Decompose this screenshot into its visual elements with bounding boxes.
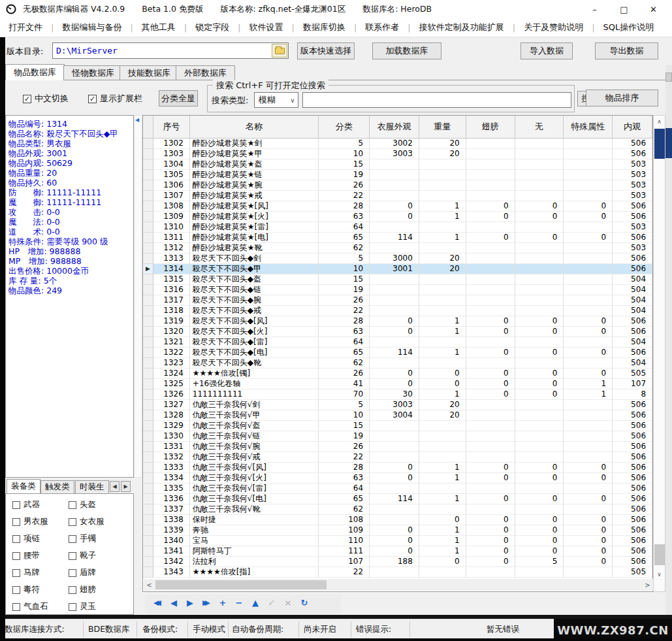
scroll-up-icon[interactable]: ∧ [654, 116, 665, 127]
equip-checkbox-头盔[interactable]: 头盔 [69, 499, 125, 510]
next-record-button[interactable]: ▶ [183, 595, 197, 610]
table-row[interactable]: 1317殺尽天下不回头◆腕26504 [143, 295, 652, 306]
last-record-button[interactable]: ▶▶ [199, 595, 214, 610]
table-row[interactable]: 1321殺尽天下不回头◆[雷]64504 [143, 337, 652, 348]
tab-equipment-class[interactable]: 装备类 [7, 479, 40, 494]
detail-panel-scrollbar[interactable]: ◀ [134, 115, 142, 478]
table-row[interactable]: 1320殺尽天下不回头◆[火]6301000506 [143, 327, 652, 337]
table-row[interactable]: 1338保时捷1080000506 [143, 515, 652, 525]
grid-vscrollbar[interactable]: ∧ ∨ [653, 115, 665, 592]
browse-folder-button[interactable] [272, 44, 287, 58]
menu-item-3[interactable]: 其他工具 [133, 22, 184, 33]
grid-header-4[interactable]: 衣服外观 [370, 116, 419, 139]
table-row[interactable]: 1330仇敵三千奈我何√链19506 [143, 431, 652, 442]
table-row[interactable]: 1304醉卧沙城君莫笑★盔15503 [143, 159, 652, 170]
table-row[interactable]: 1309醉卧沙城君莫笑★[火]6301000506 [143, 212, 652, 222]
grid-header-1[interactable]: 序号 [153, 116, 190, 139]
equip-checkbox-女衣服[interactable]: 女衣服 [69, 516, 125, 527]
table-row[interactable]: ▶1314殺尽天下不回头◆甲10300120506 [143, 264, 652, 274]
version-dir-input[interactable]: D:\MirServer [52, 42, 289, 59]
vscroll-thumb[interactable] [654, 544, 665, 565]
table-row[interactable]: 1318殺尽天下不回头◆戒22504 [143, 306, 652, 316]
grid-hscrollbar[interactable]: < > [144, 579, 653, 591]
show-extend-checkbox[interactable]: ✓ 显示扩展栏 [88, 93, 142, 105]
equip-checkbox-项链[interactable]: 项链 [12, 533, 69, 544]
tab-external-database[interactable]: 外部数据库 [176, 65, 235, 80]
menu-item-6[interactable]: 数据库切换 [295, 22, 354, 33]
table-row[interactable]: 1334仇敵三千奈我何√[火]6301000506 [143, 473, 652, 484]
chinese-switch-checkbox[interactable]: ✓ 中文切换 [23, 93, 69, 105]
table-row[interactable]: 1311醉卧沙城君莫笑★[电]651141000506 [143, 233, 652, 243]
equip-checkbox-男衣服[interactable]: 男衣服 [12, 516, 69, 527]
table-row[interactable]: 1342法拉利1071880050506 [143, 557, 652, 567]
load-database-button[interactable]: 加载数据库 [372, 42, 441, 59]
menu-item-5[interactable]: 软件设置 [241, 22, 292, 33]
table-row[interactable]: 1337仇敵三千奈我何√靴62506 [143, 504, 652, 515]
import-data-button[interactable]: 导入数据 [520, 42, 573, 59]
table-row[interactable]: 1323殺尽天下不回头◆靴62504 [143, 358, 652, 369]
table-row[interactable]: 1303醉卧沙城君莫笑★甲10300320506 [143, 149, 652, 159]
refresh-button[interactable]: ↻ [297, 595, 312, 610]
equip-checkbox-盾牌[interactable]: 盾牌 [69, 567, 125, 578]
search-input[interactable] [302, 92, 571, 108]
table-row[interactable]: 13261111111111703010018 [143, 389, 652, 400]
tab-skill-database[interactable]: 技能数据库 [120, 65, 179, 80]
scroll-right-icon[interactable]: > [642, 579, 653, 591]
table-row[interactable]: 1315殺尽天下不回头◆盔15504 [143, 274, 652, 285]
tab-fashion-class[interactable]: 时装生 [75, 480, 109, 494]
equip-checkbox-靴子[interactable]: 靴子 [69, 550, 125, 561]
menu-item-2[interactable]: 数据编辑与备份 [54, 22, 130, 33]
table-row[interactable]: 1333仇敵三千奈我何√[风]2801000506 [143, 463, 652, 473]
equip-checkbox-手镯[interactable]: 手镯 [69, 533, 125, 544]
equip-checkbox-马牌[interactable]: 马牌 [12, 567, 69, 578]
scroll-down-icon[interactable]: ∨ [654, 569, 665, 580]
table-row[interactable]: 1328仇敵三千奈我何√甲10300420506 [143, 410, 652, 421]
tab-trigger-class[interactable]: 触发类 [40, 480, 74, 494]
menu-item-7[interactable]: 联系作者 [357, 22, 408, 33]
tab-scroll-right-icon[interactable]: ▶ [121, 481, 131, 492]
grid-header-5[interactable]: 重量 [419, 116, 466, 139]
table-row[interactable]: 1341阿斯特马丁11101000506 [143, 546, 652, 557]
first-record-button[interactable]: ◀◀ [150, 595, 165, 610]
equip-checkbox-毒符[interactable]: 毒符 [12, 584, 69, 595]
grid-header-6[interactable]: 翅膀 [466, 116, 515, 139]
grid-header-9[interactable]: 内观 [613, 116, 652, 139]
item-sort-button[interactable]: 物品排序 [586, 90, 658, 107]
delete-record-button[interactable]: − [232, 595, 246, 610]
maximize-button[interactable]: □ [609, 0, 639, 18]
grid-header-7[interactable]: 无 [515, 116, 564, 139]
equip-checkbox-翅膀[interactable]: 翅膀 [69, 584, 125, 595]
table-row[interactable]: 1331仇敵三千奈我何√腕26506 [143, 442, 652, 452]
table-row[interactable]: 1305醉卧沙城君莫笑★链19503 [143, 170, 652, 180]
grid-header-2[interactable]: 名称 [190, 116, 319, 139]
table-row[interactable]: 1324★★★★倍攻[镯]2600000505 [143, 369, 652, 379]
show-all-categories-button[interactable]: 分类全显 [159, 90, 198, 107]
grid-header-8[interactable]: 特殊属性 [564, 116, 613, 139]
table-row[interactable]: 1322殺尽天下不回头◆[电]651141000506 [143, 348, 652, 358]
equip-checkbox-气血石[interactable]: 气血石 [12, 601, 69, 612]
menu-item-8[interactable]: 接软件定制及功能扩展 [411, 22, 513, 33]
table-row[interactable]: 1335仇敵三千奈我何√[雷]64506 [143, 484, 652, 494]
table-row[interactable]: 1310醉卧沙城君莫笑★[雷]64503 [143, 222, 652, 233]
prior-record-button[interactable]: ◀ [167, 595, 181, 610]
hscroll-thumb[interactable] [155, 580, 327, 589]
equip-checkbox-腰带[interactable]: 腰带 [12, 550, 69, 561]
table-row[interactable]: 1316殺尽天下不回头◆链19504 [143, 285, 652, 295]
table-row[interactable]: 1325+16强化卷轴4100001107 [143, 379, 652, 389]
table-row[interactable]: 1302醉卧沙城君莫笑★剑5300220506 [143, 139, 652, 149]
search-type-select[interactable]: 模糊 ∨ [254, 92, 298, 108]
table-row[interactable]: 1313殺尽天下不回头◆剑5300020506 [143, 254, 652, 264]
table-row[interactable]: 1340宝马11001000506 [143, 536, 652, 546]
edit-record-button[interactable]: ▲ [248, 595, 263, 610]
equip-checkbox-武器[interactable]: 武器 [12, 499, 69, 510]
tab-monster-database[interactable]: 怪物数据库 [63, 65, 123, 80]
insert-record-button[interactable]: + [216, 595, 230, 610]
table-row[interactable]: 1308醉卧沙城君莫笑★[风]2801000506 [143, 201, 652, 212]
close-button[interactable]: ✕ [639, 0, 668, 18]
tab-scroll-left-icon[interactable]: ◀ [110, 481, 120, 492]
table-row[interactable]: 1307醉卧沙城君莫笑★戒22503 [143, 191, 652, 201]
menu-item-4[interactable]: 锁定字段 [187, 22, 238, 33]
table-row[interactable]: 1332仇敵三千奈我何√戒22506 [143, 452, 652, 463]
menu-item-1[interactable]: 打开文件 [0, 22, 51, 33]
minimize-button[interactable]: – [580, 0, 609, 18]
